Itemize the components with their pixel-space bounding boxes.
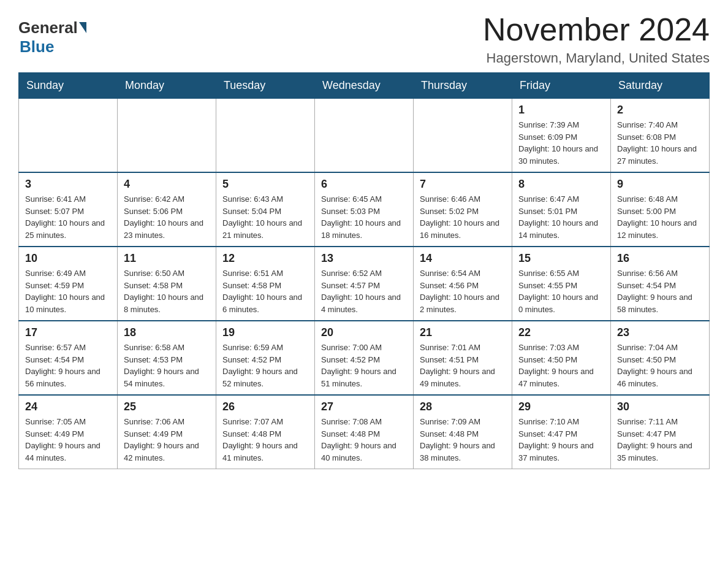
title-area: November 2024 Hagerstown, Maryland, Unit… <box>483 12 710 66</box>
day-number: 10 <box>25 252 111 265</box>
day-info: Sunrise: 6:42 AMSunset: 5:06 PMDaylight:… <box>124 193 210 241</box>
calendar-cell: 16Sunrise: 6:56 AMSunset: 4:54 PMDayligh… <box>611 247 710 321</box>
page-header: General Blue November 2024 Hagerstown, M… <box>18 12 710 66</box>
day-number: 13 <box>321 252 407 265</box>
calendar-header-thursday: Thursday <box>414 73 512 99</box>
calendar-table: SundayMondayTuesdayWednesdayThursdayFrid… <box>18 72 710 469</box>
calendar-header-saturday: Saturday <box>611 73 710 99</box>
calendar-cell: 5Sunrise: 6:43 AMSunset: 5:04 PMDaylight… <box>216 172 315 247</box>
calendar-header-wednesday: Wednesday <box>315 73 414 99</box>
calendar-header-friday: Friday <box>512 73 611 99</box>
location-title: Hagerstown, Maryland, United States <box>483 50 710 66</box>
calendar-cell: 13Sunrise: 6:52 AMSunset: 4:57 PMDayligh… <box>315 247 414 321</box>
calendar-cell: 28Sunrise: 7:09 AMSunset: 4:48 PMDayligh… <box>414 395 512 469</box>
calendar-cell: 2Sunrise: 7:40 AMSunset: 6:08 PMDaylight… <box>611 99 710 173</box>
day-info: Sunrise: 7:05 AMSunset: 4:49 PMDaylight:… <box>25 416 111 464</box>
calendar-cell: 9Sunrise: 6:48 AMSunset: 5:00 PMDaylight… <box>611 172 710 247</box>
day-number: 11 <box>124 252 210 265</box>
day-number: 22 <box>518 326 604 339</box>
calendar-cell: 14Sunrise: 6:54 AMSunset: 4:56 PMDayligh… <box>414 247 512 321</box>
calendar-cell <box>216 99 315 173</box>
day-number: 4 <box>124 178 210 191</box>
calendar-cell: 27Sunrise: 7:08 AMSunset: 4:48 PMDayligh… <box>315 395 414 469</box>
calendar-cell: 18Sunrise: 6:58 AMSunset: 4:53 PMDayligh… <box>118 321 216 395</box>
day-number: 25 <box>124 400 210 413</box>
calendar-header-sunday: Sunday <box>19 73 118 99</box>
calendar-cell: 10Sunrise: 6:49 AMSunset: 4:59 PMDayligh… <box>19 247 118 321</box>
day-number: 17 <box>25 326 111 339</box>
calendar-cell: 22Sunrise: 7:03 AMSunset: 4:50 PMDayligh… <box>512 321 611 395</box>
calendar-cell: 29Sunrise: 7:10 AMSunset: 4:47 PMDayligh… <box>512 395 611 469</box>
day-info: Sunrise: 6:48 AMSunset: 5:00 PMDaylight:… <box>617 193 703 241</box>
day-info: Sunrise: 6:41 AMSunset: 5:07 PMDaylight:… <box>25 193 111 241</box>
month-title: November 2024 <box>483 12 710 47</box>
calendar-week-row: 24Sunrise: 7:05 AMSunset: 4:49 PMDayligh… <box>19 395 710 469</box>
day-info: Sunrise: 7:39 AMSunset: 6:09 PMDaylight:… <box>518 119 604 167</box>
calendar-cell: 17Sunrise: 6:57 AMSunset: 4:54 PMDayligh… <box>19 321 118 395</box>
day-number: 6 <box>321 178 407 191</box>
day-info: Sunrise: 7:08 AMSunset: 4:48 PMDaylight:… <box>321 416 407 464</box>
calendar-cell: 26Sunrise: 7:07 AMSunset: 4:48 PMDayligh… <box>216 395 315 469</box>
calendar-week-row: 1Sunrise: 7:39 AMSunset: 6:09 PMDaylight… <box>19 99 710 173</box>
day-number: 21 <box>420 326 506 339</box>
day-number: 16 <box>617 252 703 265</box>
day-info: Sunrise: 7:10 AMSunset: 4:47 PMDaylight:… <box>518 416 604 464</box>
day-info: Sunrise: 7:00 AMSunset: 4:52 PMDaylight:… <box>321 342 407 389</box>
calendar-cell: 21Sunrise: 7:01 AMSunset: 4:51 PMDayligh… <box>414 321 512 395</box>
logo-general-text: General <box>18 18 78 37</box>
calendar-cell <box>19 99 118 173</box>
calendar-cell: 11Sunrise: 6:50 AMSunset: 4:58 PMDayligh… <box>118 247 216 321</box>
calendar-header-tuesday: Tuesday <box>216 73 315 99</box>
day-number: 5 <box>222 178 308 191</box>
day-number: 1 <box>518 104 604 117</box>
calendar-cell <box>414 99 512 173</box>
day-info: Sunrise: 7:07 AMSunset: 4:48 PMDaylight:… <box>222 416 308 464</box>
calendar-cell: 30Sunrise: 7:11 AMSunset: 4:47 PMDayligh… <box>611 395 710 469</box>
day-info: Sunrise: 7:03 AMSunset: 4:50 PMDaylight:… <box>518 342 604 389</box>
calendar-cell: 25Sunrise: 7:06 AMSunset: 4:49 PMDayligh… <box>118 395 216 469</box>
logo-triangle-icon <box>79 22 86 33</box>
day-info: Sunrise: 7:06 AMSunset: 4:49 PMDaylight:… <box>124 416 210 464</box>
day-info: Sunrise: 6:45 AMSunset: 5:03 PMDaylight:… <box>321 193 407 241</box>
day-info: Sunrise: 6:43 AMSunset: 5:04 PMDaylight:… <box>222 193 308 241</box>
day-number: 26 <box>222 400 308 413</box>
calendar-cell: 7Sunrise: 6:46 AMSunset: 5:02 PMDaylight… <box>414 172 512 247</box>
day-info: Sunrise: 6:50 AMSunset: 4:58 PMDaylight:… <box>124 267 210 315</box>
day-number: 7 <box>420 178 506 191</box>
day-number: 12 <box>222 252 308 265</box>
day-info: Sunrise: 6:56 AMSunset: 4:54 PMDaylight:… <box>617 267 703 315</box>
day-info: Sunrise: 6:59 AMSunset: 4:52 PMDaylight:… <box>222 342 308 389</box>
calendar-week-row: 10Sunrise: 6:49 AMSunset: 4:59 PMDayligh… <box>19 247 710 321</box>
day-info: Sunrise: 6:57 AMSunset: 4:54 PMDaylight:… <box>25 342 111 389</box>
calendar-cell: 19Sunrise: 6:59 AMSunset: 4:52 PMDayligh… <box>216 321 315 395</box>
day-number: 8 <box>518 178 604 191</box>
calendar-cell: 3Sunrise: 6:41 AMSunset: 5:07 PMDaylight… <box>19 172 118 247</box>
day-info: Sunrise: 6:47 AMSunset: 5:01 PMDaylight:… <box>518 193 604 241</box>
day-info: Sunrise: 6:52 AMSunset: 4:57 PMDaylight:… <box>321 267 407 315</box>
day-number: 24 <box>25 400 111 413</box>
day-number: 29 <box>518 400 604 413</box>
logo-blue-text: Blue <box>20 37 54 56</box>
calendar-cell: 12Sunrise: 6:51 AMSunset: 4:58 PMDayligh… <box>216 247 315 321</box>
calendar-cell: 8Sunrise: 6:47 AMSunset: 5:01 PMDaylight… <box>512 172 611 247</box>
day-number: 28 <box>420 400 506 413</box>
day-number: 20 <box>321 326 407 339</box>
calendar-week-row: 17Sunrise: 6:57 AMSunset: 4:54 PMDayligh… <box>19 321 710 395</box>
day-number: 30 <box>617 400 703 413</box>
day-number: 2 <box>617 104 703 117</box>
calendar-cell <box>118 99 216 173</box>
day-info: Sunrise: 6:58 AMSunset: 4:53 PMDaylight:… <box>124 342 210 389</box>
calendar-cell: 24Sunrise: 7:05 AMSunset: 4:49 PMDayligh… <box>19 395 118 469</box>
day-number: 18 <box>124 326 210 339</box>
day-number: 19 <box>222 326 308 339</box>
logo: General Blue <box>18 18 86 56</box>
day-number: 3 <box>25 178 111 191</box>
calendar-cell: 23Sunrise: 7:04 AMSunset: 4:50 PMDayligh… <box>611 321 710 395</box>
calendar-cell: 6Sunrise: 6:45 AMSunset: 5:03 PMDaylight… <box>315 172 414 247</box>
calendar-cell <box>315 99 414 173</box>
day-info: Sunrise: 7:40 AMSunset: 6:08 PMDaylight:… <box>617 119 703 167</box>
day-info: Sunrise: 6:55 AMSunset: 4:55 PMDaylight:… <box>518 267 604 315</box>
day-number: 15 <box>518 252 604 265</box>
day-info: Sunrise: 7:09 AMSunset: 4:48 PMDaylight:… <box>420 416 506 464</box>
day-info: Sunrise: 7:01 AMSunset: 4:51 PMDaylight:… <box>420 342 506 389</box>
